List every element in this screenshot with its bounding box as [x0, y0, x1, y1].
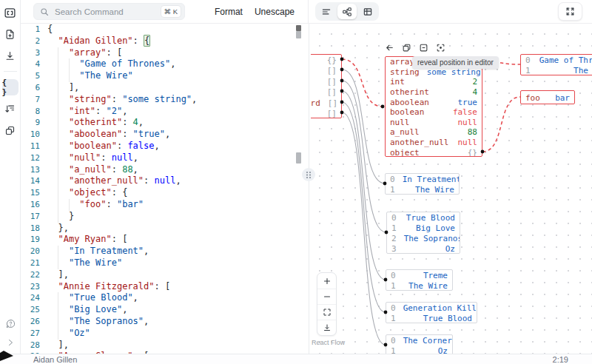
search-icon: [40, 7, 49, 16]
reactflow-attribution[interactable]: React Flow: [312, 339, 345, 346]
node-row: Aidan Gillen{}: [311, 55, 341, 66]
reveal-tooltip: reveal position in editor: [412, 56, 499, 69]
graph-node-aidan-object[interactable]: foobar: [520, 90, 575, 104]
line-number: 8: [21, 106, 40, 118]
code-line: 18 },: [21, 223, 309, 235]
search-input[interactable]: [53, 7, 161, 17]
editor-actions: Format Unescape: [215, 7, 295, 17]
download-image-button[interactable]: [317, 320, 336, 335]
table-view-button[interactable]: [358, 4, 377, 19]
code-line: 19 "Amy Ryan": [: [21, 234, 309, 246]
scrollbar-mark-mid[interactable]: [296, 152, 301, 164]
json-braces-icon[interactable]: { }: [2, 79, 18, 95]
code-line: 15 "object": {: [21, 187, 309, 199]
code-line: 24 "True Blood",: [21, 292, 309, 304]
new-document-icon[interactable]: [2, 26, 18, 42]
code-text: {: [47, 24, 53, 36]
node-row: 0Treme: [386, 270, 452, 281]
node-row: Annie Fitzgerald[]: [311, 76, 341, 87]
download-icon[interactable]: [2, 47, 18, 64]
graph-node-amy-ryan[interactable]: 0In Treatment1The Wire: [385, 173, 460, 195]
top-bar: ⌘ K Format Unescape: [21, 0, 592, 24]
code-editor[interactable]: 1{2 "Aidan Gillen": {3 "array": [4 "Game…: [21, 24, 309, 354]
line-number: 19: [21, 234, 40, 246]
code-text: "another_null": null,: [47, 175, 181, 187]
scrollbar-mark-top2[interactable]: [296, 31, 301, 38]
fit-view-button[interactable]: [317, 304, 336, 320]
graph-node-root[interactable]: Aidan Gillen{}Amy Ryan[]Annie Fitzgerald…: [311, 54, 342, 118]
back-icon[interactable]: [385, 43, 394, 53]
node-row: Anwan Glover[]: [311, 87, 341, 98]
code-line: 20 "In Treatment",: [21, 246, 309, 257]
indent-guide: [58, 328, 58, 340]
indent-guide: [58, 246, 58, 257]
code-text: "null": null,: [47, 152, 138, 164]
line-number: 28: [21, 340, 40, 351]
indent-guide: [69, 58, 70, 70]
code-line: 12 "null": null,: [21, 152, 309, 164]
feedback-bubble-icon[interactable]: [2, 315, 18, 331]
graph-panel[interactable]: Aidan Gillen{}Amy Ryan[]Annie Fitzgerald…: [311, 24, 592, 354]
code-line: 22 ],: [21, 269, 309, 281]
zoom-in-button[interactable]: [317, 273, 336, 289]
indent-guide: [58, 141, 58, 152]
node-toolbar: [385, 41, 445, 53]
graph-view-button[interactable]: [337, 4, 357, 19]
code-text: "True Blood",: [47, 292, 138, 304]
graph-node-alexander-skarsgard[interactable]: 0Generation Kill1True Blood: [386, 302, 477, 323]
search-command-box[interactable]: ⌘ K: [33, 3, 185, 20]
collapse-sidebar-icon[interactable]: [2, 334, 18, 351]
line-number: 22: [21, 269, 40, 281]
code-text: "The Wire": [47, 70, 133, 82]
line-number: 26: [21, 316, 40, 328]
indent-guide: [58, 187, 58, 199]
fullscreen-button[interactable]: [558, 2, 582, 21]
graph-node-aidan-gillen[interactable]: array[]stringsome stringint2otherint4abo…: [385, 56, 482, 157]
indent-guide: [58, 164, 58, 176]
group-nodes-icon[interactable]: [2, 122, 18, 138]
unescape-button[interactable]: Unescape: [255, 7, 295, 17]
line-number: 2: [21, 36, 40, 47]
code-text: "Aidan Gillen": {: [47, 36, 149, 47]
node-row: int2: [386, 77, 482, 87]
node-row: abooleantrue: [386, 97, 482, 107]
node-row: 1Oz: [386, 346, 452, 354]
line-number: 10: [21, 129, 40, 141]
node-row: booleanfalse: [386, 107, 482, 118]
code-line: 3 "array": [: [21, 47, 309, 59]
line-number: 15: [21, 187, 40, 199]
editor-header: ⌘ K Format Unescape: [21, 0, 309, 23]
graph-node-alice-farmer[interactable]: 0The Corner1Oz2The Wire: [386, 334, 453, 354]
line-number: 24: [21, 292, 40, 304]
zoom-out-button[interactable]: [317, 289, 336, 304]
line-number: 11: [21, 141, 40, 152]
format-button[interactable]: Format: [215, 7, 243, 17]
graph-node-anwan-glover[interactable]: 0Treme1The Wire: [386, 269, 453, 291]
panel-drag-handle[interactable]: [302, 168, 315, 181]
graph-header: [309, 0, 592, 23]
node-row: 0Generation Kill: [386, 303, 477, 314]
line-number: 12: [21, 152, 40, 164]
copy-icon[interactable]: [402, 43, 411, 53]
indent-guide: [58, 257, 58, 269]
node-row: 1The Wire: [386, 281, 452, 291]
indent-guide: [58, 199, 58, 211]
code-line: 10 "aboolean": "true",: [21, 129, 309, 141]
collapse-node-icon[interactable]: [419, 43, 428, 53]
app-logo-icon[interactable]: [2, 4, 18, 21]
code-line: 7 "string": "some string",: [21, 94, 309, 106]
indent-guide: [58, 47, 58, 59]
compact-lines-icon[interactable]: [2, 101, 18, 117]
scrollbar-mark-top[interactable]: [296, 25, 301, 31]
focus-node-icon[interactable]: [436, 43, 445, 53]
node-row: 0True Blood: [387, 212, 460, 223]
indent-guide: [69, 70, 70, 82]
graph-node-annie-fitzgerald[interactable]: 0True Blood1Big Love2The Sopranos3Oz: [386, 212, 460, 254]
node-row: 3Oz: [387, 244, 460, 254]
bracket-match: {: [144, 35, 150, 47]
indent-guide: [58, 316, 58, 328]
code-text: "The Wire": [47, 257, 122, 269]
text-view-button[interactable]: [317, 4, 336, 19]
graph-node-aidan-array[interactable]: 0Game of Thrones1The Wire: [520, 54, 592, 75]
node-row: nullnull: [386, 118, 482, 128]
